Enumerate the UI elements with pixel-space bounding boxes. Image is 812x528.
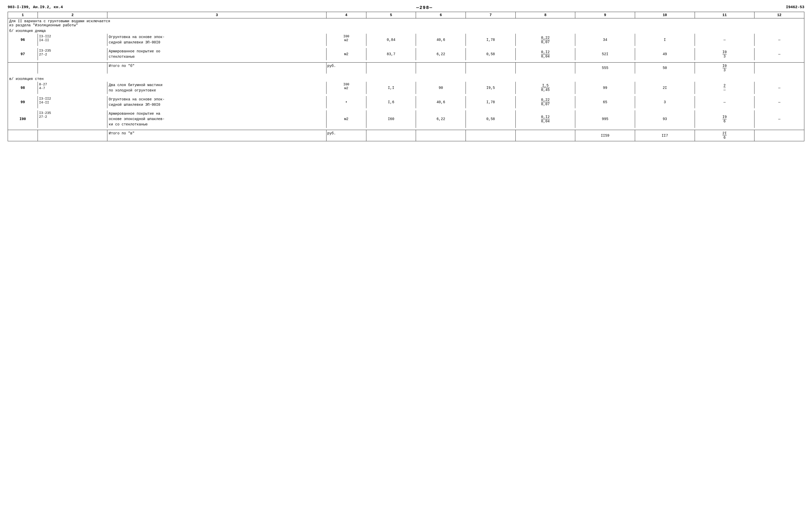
data-row-98: 98 8-27 4-7 Два слоя битумной мастикипо … — [8, 82, 804, 94]
row97-col5: 83,7 — [366, 48, 416, 60]
row99-col7: I,78 — [466, 96, 516, 108]
row97-col12: — — [754, 48, 804, 60]
row99-col6: 40,6 — [416, 96, 466, 108]
row97-unit: м2 — [326, 48, 366, 60]
row99-col10: 3 — [635, 96, 695, 108]
section-b-header-row: б/ изоляция днища — [8, 28, 804, 34]
col6-header: 6 — [416, 12, 466, 18]
itogo-b-row: Итого по "б" руб. 555 50 I0 3 — [8, 62, 804, 74]
row98-desc: Два слоя битумной мастикипо холодной огр… — [107, 82, 327, 94]
main-table: 1 2 3 4 5 6 7 8 9 10 11 12 Для II вариан… — [8, 12, 804, 141]
row97-code: I3-235 27-2 — [38, 48, 107, 60]
row100-col12: — — [754, 110, 804, 128]
row97-col9: 52I — [575, 48, 635, 60]
row99-col8: 0,22 0,07 — [516, 96, 575, 108]
intro-line1: Для II варианта с грунтовыми водами искл… — [9, 19, 110, 23]
row96-desc: Огрунтовка на основе эпок-сидной шпаклев… — [107, 34, 327, 46]
row97-col7: 0,58 — [466, 48, 516, 60]
row99-col11: — — [695, 96, 754, 108]
col3-header: 3 — [107, 12, 327, 18]
row97-col8: 0,I2 0,04 — [516, 48, 575, 60]
row98-code: 8-27 4-7 — [38, 82, 107, 94]
intro-line2: из раздела "Изоляционные работы" — [9, 23, 78, 27]
row97-col11-bot: 3 — [723, 55, 727, 59]
row96-col5: 0,84 — [366, 34, 416, 46]
itogo-v-col11-top: 2I — [723, 131, 727, 136]
row100-id: I00 — [8, 110, 38, 128]
row100-col11: I9 6 — [695, 110, 754, 128]
spacer-2 — [8, 60, 804, 62]
row98-id: 98 — [8, 82, 38, 94]
row98-col8: I,5 0,45 — [516, 82, 575, 94]
row99-col5: I,6 — [366, 96, 416, 108]
row100-desc: Армированное покрытие наоснове эпоксидно… — [107, 110, 327, 128]
row96-col8-bot: 0,07 — [541, 40, 550, 44]
row96-id: 96 — [8, 34, 38, 46]
row99-col8-bot: 0,07 — [541, 102, 550, 106]
row96-col11: — — [695, 34, 754, 46]
col4-header: 4 — [326, 12, 366, 18]
col2-header: 2 — [38, 12, 107, 18]
row99-unit: • — [326, 96, 366, 108]
col11-header: 11 — [695, 12, 754, 18]
col9-header: 9 — [575, 12, 635, 18]
itogo-v-unit: руб. — [326, 130, 366, 141]
header-center: —298— — [416, 5, 433, 10]
row98-col11-bot: — — [724, 88, 726, 92]
row100-col8: 0,I2 0,04 — [516, 110, 575, 128]
row99-col9: 65 — [575, 96, 635, 108]
row100-col7: 0,58 — [466, 110, 516, 128]
row99-col8-top: 0,22 — [541, 98, 550, 102]
itogo-v-col11: 2I 6 — [695, 130, 754, 141]
row98-col8-bot: 0,45 — [541, 88, 550, 92]
row99-id: 99 — [8, 96, 38, 108]
row96-code: I3-II2 I4-II — [38, 34, 107, 46]
row98-unit: I00 м2 — [326, 82, 366, 94]
row98-col12: — — [754, 82, 804, 94]
row97-col8-bot: 0,04 — [541, 55, 550, 59]
row99-desc: Огрунтовка на основе эпок-сидной шпаклев… — [107, 96, 327, 108]
col8-header: 8 — [516, 12, 575, 18]
itogo-v-col11-bot: 6 — [723, 136, 727, 140]
row97-col8-top: 0,I2 — [541, 50, 550, 55]
itogo-b-col11-top: I0 — [723, 64, 727, 68]
row98-col7: I9,5 — [466, 82, 516, 94]
row98-col11-top: 2 — [724, 84, 726, 88]
spacer-5 — [8, 108, 804, 110]
row98-col6: 90 — [416, 82, 466, 94]
row96-unit: I00 м2 — [326, 34, 366, 46]
col7-header: 7 — [466, 12, 516, 18]
data-row-97: 97 I3-235 27-2 Армированное покрытие оос… — [8, 48, 804, 60]
row96-col8-top: 0,22 — [541, 36, 550, 40]
row96-col12: — — [754, 34, 804, 46]
row100-col8-top: 0,I2 — [541, 115, 550, 119]
row98-col9: 99 — [575, 82, 635, 94]
spacer-6 — [8, 128, 804, 130]
itogo-b-col10: 50 — [635, 62, 695, 74]
itogo-v-row: Итого по "в" руб. II59 II7 2I 6 — [8, 130, 804, 141]
row97-col6: 6,22 — [416, 48, 466, 60]
row100-unit: м2 — [326, 110, 366, 128]
row97-id: 97 — [8, 48, 38, 60]
row99-code: I3-II2 I4-II — [38, 96, 107, 108]
data-row-99: 99 I3-II2 I4-II Огрунтовка на основе эпо… — [8, 96, 804, 108]
row98-col10: 2I — [635, 82, 695, 94]
data-row-96: 96 I3-II2 I4-II Огрунтовка на основе эпо… — [8, 34, 804, 46]
spacer-3 — [8, 74, 804, 76]
row96-col9: 34 — [575, 34, 635, 46]
itogo-b-col9: 555 — [575, 62, 635, 74]
spacer-1 — [8, 46, 804, 48]
itogo-b-unit: руб. — [326, 62, 366, 74]
row100-col11-bot: 6 — [723, 119, 727, 123]
row100-col10: 93 — [635, 110, 695, 128]
itogo-v-label: Итого по "в" — [107, 130, 327, 141]
section-v-header-row: в/ изоляция стен — [8, 76, 804, 82]
col12-header: 12 — [754, 12, 804, 18]
row98-col11: 2 — — [695, 82, 754, 94]
itogo-v-col10: II7 — [635, 130, 695, 141]
row97-col11-top: I0 — [723, 50, 727, 55]
spacer-4 — [8, 94, 804, 96]
section-v-label: в/ изоляция стен — [9, 77, 43, 81]
intro-row: Для II варианта с грунтовыми водами искл… — [8, 18, 804, 28]
row99-col12: — — [754, 96, 804, 108]
